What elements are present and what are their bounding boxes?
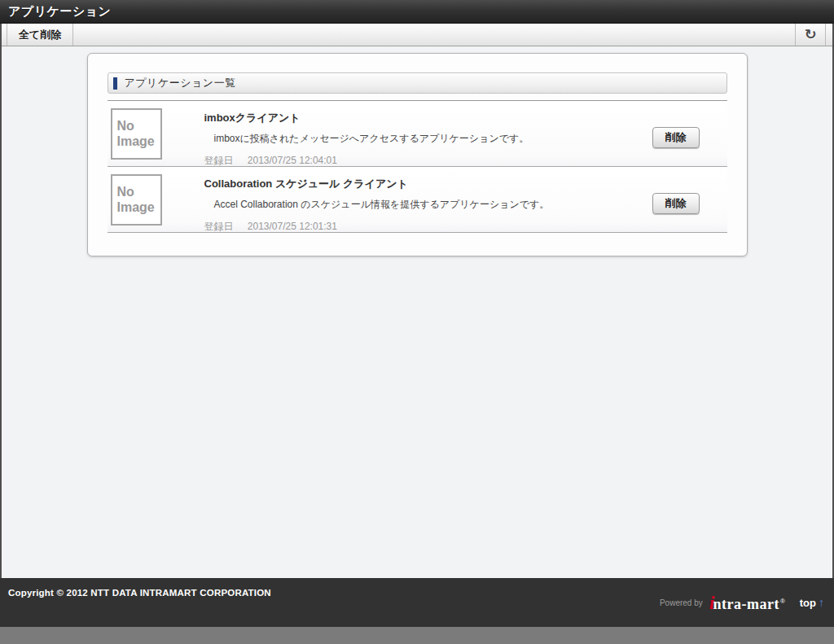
refresh-icon: ↻ — [805, 28, 817, 42]
panel-heading-label: アプリケーション一覧 — [125, 76, 236, 90]
registered-date-value: 2013/07/25 12:04:01 — [248, 155, 337, 166]
no-image-text-line2: Image — [117, 200, 160, 215]
toolbar: 全て削除 ↻ — [2, 24, 832, 46]
no-image-text-line1: No — [117, 119, 160, 134]
back-to-top-link[interactable]: top ↑ — [800, 596, 824, 609]
delete-button[interactable]: 削除 — [652, 127, 700, 148]
delete-all-label: 全て削除 — [19, 28, 61, 42]
footer-right-cluster: Powered by i ntra-mart ® top ↑ — [660, 578, 824, 627]
window-title-bar: アプリケーション — [0, 0, 834, 24]
application-meta: 登録日 2013/07/25 12:01:31 — [204, 220, 550, 234]
registered-date-value: 2013/07/25 12:01:31 — [248, 221, 337, 232]
powered-by-label: Powered by — [660, 598, 703, 607]
refresh-button[interactable]: ↻ — [795, 24, 826, 46]
toolbar-spacer — [73, 24, 795, 46]
up-arrow-icon: ↑ — [819, 596, 824, 609]
registered-trademark-symbol: ® — [780, 598, 785, 605]
registered-date-label: 登録日 — [204, 155, 234, 166]
application-name: Collaboration スケジュール クライアント — [204, 177, 550, 191]
footer: Copyright © 2012 NTT DATA INTRAMART CORP… — [0, 578, 834, 627]
bottom-strip — [0, 627, 834, 644]
application-description: imboxに投稿されたメッセージへアクセスするアプリケーションです。 — [204, 132, 529, 146]
no-image-placeholder: No Image — [111, 108, 162, 160]
intra-mart-logo: i ntra-mart ® — [709, 593, 785, 613]
application-name: imboxクライアント — [204, 111, 529, 125]
application-meta: 登録日 2013/07/25 12:04:01 — [204, 154, 529, 168]
application-list-item: No Image Collaboration スケジュール クライアント Acc… — [108, 167, 727, 233]
application-list-panel: アプリケーション一覧 No Image imboxクライアント imboxに投稿… — [87, 53, 748, 256]
no-image-placeholder: No Image — [111, 174, 162, 226]
delete-all-button[interactable]: 全て削除 — [7, 24, 73, 46]
registered-date-label: 登録日 — [204, 221, 234, 232]
page-title: アプリケーション — [8, 4, 111, 20]
application-list-item: No Image imboxクライアント imboxに投稿されたメッセージへアク… — [108, 101, 727, 167]
delete-button[interactable]: 削除 — [652, 193, 700, 214]
main-content: アプリケーション一覧 No Image imboxクライアント imboxに投稿… — [2, 46, 832, 578]
top-link-label: top — [800, 597, 816, 609]
logo-wordmark: ntra-mart — [713, 596, 779, 613]
application-list: No Image imboxクライアント imboxに投稿されたメッセージへアク… — [108, 100, 727, 233]
no-image-text-line2: Image — [117, 134, 160, 149]
content-frame: 全て削除 ↻ アプリケーション一覧 No Image imbo — [0, 24, 834, 578]
no-image-text-line1: No — [117, 185, 160, 199]
application-info: imboxクライアント imboxに投稿されたメッセージへアクセスするアプリケー… — [204, 108, 529, 168]
copyright-text: Copyright © 2012 NTT DATA INTRAMART CORP… — [8, 588, 271, 598]
heading-accent-bar — [113, 77, 117, 90]
application-info: Collaboration スケジュール クライアント Accel Collab… — [204, 174, 550, 234]
application-description: Accel Collaboration のスケジュール情報を提供するアプリケーシ… — [204, 198, 550, 212]
panel-heading: アプリケーション一覧 — [108, 72, 727, 94]
